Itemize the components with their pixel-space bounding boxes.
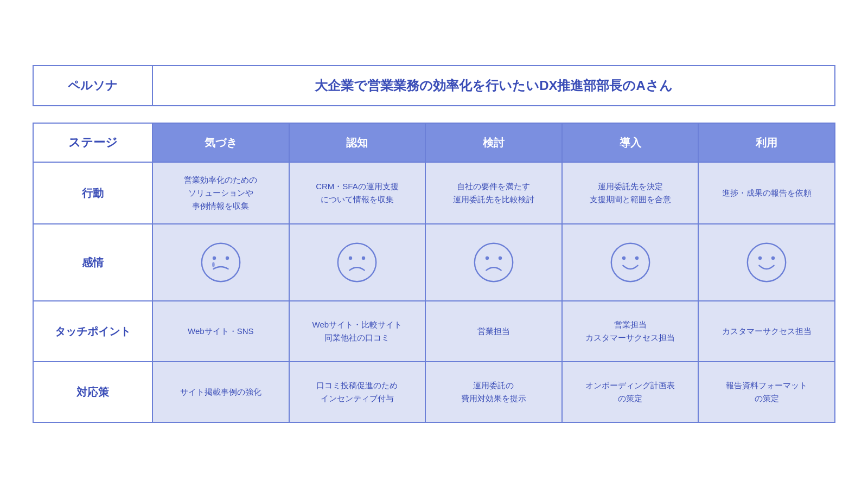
persona-label: ペルソナ	[34, 66, 153, 105]
sad-face-icon-1	[335, 241, 379, 284]
taiousaku-label: 対応策	[34, 362, 153, 422]
persona-row: ペルソナ 大企業で営業業務の効率化を行いたいDX推進部部長のAさん	[33, 65, 835, 106]
happy-face-icon-2	[745, 241, 788, 284]
touchpoint-row: タッチポイント Webサイト・SNS Webサイト・比較サイト 同業他社の口コミ…	[34, 301, 834, 362]
kanjo-cell-3	[563, 224, 699, 300]
sad-face-icon-2	[472, 241, 515, 284]
kanjo-cell-0	[153, 224, 290, 300]
svg-point-10	[611, 243, 649, 281]
svg-point-7	[475, 243, 513, 281]
kanjo-row: 感情	[34, 224, 834, 301]
svg-point-9	[499, 256, 502, 260]
svg-point-3	[212, 262, 215, 267]
kodo-row: 行動 営業効率化のための ソリューションや 事例情報を収集 CRM・SFAの運用…	[34, 163, 834, 224]
touchpoint-cell-4: カスタマーサクセス担当	[699, 301, 834, 361]
kodo-cell-4: 進捗・成果の報告を依頼	[699, 163, 834, 223]
touchpoint-cell-0: Webサイト・SNS	[153, 301, 290, 361]
main-table: ステージ 気づき 認知 検討 導入 利用 行動 営業効率化のための ソリューショ…	[33, 123, 835, 423]
touchpoint-label: タッチポイント	[34, 301, 153, 361]
touchpoint-cell-2: 営業担当	[426, 301, 563, 361]
taiousaku-cell-4: 報告資料フォーマット の策定	[699, 362, 834, 422]
stage-cell-2: 検討	[426, 124, 563, 162]
cry-face-icon	[199, 241, 242, 284]
kodo-cell-3: 運用委託先を決定 支援期間と範囲を合意	[563, 163, 699, 223]
kanjo-label: 感情	[34, 224, 153, 300]
kodo-cell-1: CRM・SFAの運用支援 について情報を収集	[290, 163, 426, 223]
svg-point-6	[362, 256, 365, 260]
kanjo-cell-4	[699, 224, 834, 300]
happy-face-icon-1	[609, 241, 652, 284]
stage-cell-1: 認知	[290, 124, 426, 162]
svg-point-8	[486, 256, 489, 260]
svg-point-4	[338, 243, 376, 281]
taiousaku-cell-3: オンボーディング計画表 の策定	[563, 362, 699, 422]
svg-point-0	[202, 243, 240, 281]
svg-point-2	[226, 256, 229, 260]
svg-point-15	[771, 256, 775, 260]
svg-point-14	[758, 256, 762, 260]
kodo-cell-0: 営業効率化のための ソリューションや 事例情報を収集	[153, 163, 290, 223]
stage-cell-0: 気づき	[153, 124, 290, 162]
taiousaku-cell-0: サイト掲載事例の強化	[153, 362, 290, 422]
main-container: ペルソナ 大企業で営業業務の効率化を行いたいDX推進部部長のAさん ステージ 気…	[22, 49, 846, 439]
stage-cell-3: 導入	[563, 124, 699, 162]
svg-point-13	[748, 243, 786, 281]
persona-value: 大企業で営業業務の効率化を行いたいDX推進部部長のAさん	[153, 66, 834, 105]
kanjo-cell-1	[290, 224, 426, 300]
kodo-label: 行動	[34, 163, 153, 223]
touchpoint-cell-1: Webサイト・比較サイト 同業他社の口コミ	[290, 301, 426, 361]
svg-point-1	[213, 256, 216, 260]
stage-row-label: ステージ	[34, 124, 153, 162]
touchpoint-cell-3: 営業担当 カスタマーサクセス担当	[563, 301, 699, 361]
svg-point-5	[349, 256, 352, 260]
svg-point-12	[635, 256, 638, 260]
kanjo-cell-2	[426, 224, 563, 300]
taiousaku-cell-2: 運用委託の 費用対効果を提示	[426, 362, 563, 422]
stage-cell-4: 利用	[699, 124, 834, 162]
taiousaku-cell-1: 口コミ投稿促進のため インセンティブ付与	[290, 362, 426, 422]
svg-point-11	[622, 256, 625, 260]
stage-header-row: ステージ 気づき 認知 検討 導入 利用	[34, 124, 834, 163]
taiousaku-row: 対応策 サイト掲載事例の強化 口コミ投稿促進のため インセンティブ付与 運用委託…	[34, 362, 834, 422]
kodo-cell-2: 自社の要件を満たす 運用委託先を比較検討	[426, 163, 563, 223]
